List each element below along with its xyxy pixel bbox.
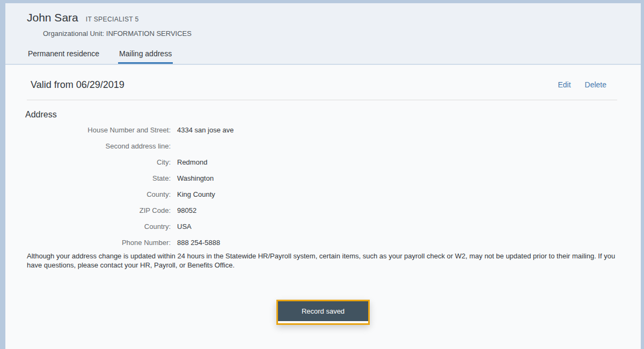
field-label: Phone Number:	[5, 239, 171, 247]
employee-address-page: John Sara IT SPECIALIST 5 Organizational…	[5, 3, 641, 349]
delete-link[interactable]: Delete	[585, 80, 606, 89]
field-label: Second address line:	[5, 142, 171, 150]
field-value: 98052	[177, 206, 196, 214]
tab-mailing-address[interactable]: Mailing address	[118, 49, 173, 64]
disclaimer-text: Although your address change is updated …	[27, 251, 619, 270]
employee-name: John Sara	[27, 11, 78, 24]
employee-header: John Sara IT SPECIALIST 5 Organizational…	[5, 3, 641, 65]
address-fields: House Number and Street: 4334 san jose a…	[5, 122, 641, 250]
divider	[27, 100, 617, 100]
job-title: IT SPECIALIST 5	[86, 16, 139, 23]
field-row-second-address-line: Second address line:	[5, 138, 641, 154]
field-value: 4334 san jose ave	[177, 126, 234, 134]
tab-bar: Permanent residence Mailing address	[27, 49, 641, 64]
field-row-zip-code: ZIP Code: 98052	[5, 202, 641, 218]
field-row-house-number-and-street: House Number and Street: 4334 san jose a…	[5, 122, 641, 138]
edit-link[interactable]: Edit	[558, 80, 570, 89]
record-saved-toast: Record saved	[276, 300, 370, 325]
org-unit-value: INFORMATION SERVICES	[106, 29, 192, 38]
field-value: Redmond	[177, 158, 207, 166]
field-value: 888 254-5888	[177, 239, 220, 247]
org-unit-label: Organizational Unit:	[43, 29, 104, 38]
valid-from-title: Valid from 06/29/2019	[31, 79, 125, 91]
tab-permanent-residence[interactable]: Permanent residence	[27, 49, 100, 64]
field-value: Washington	[177, 174, 214, 182]
record-actions: Edit Delete	[558, 80, 606, 89]
mailing-address-panel: Valid from 06/29/2019 Edit Delete Addres…	[5, 65, 641, 349]
field-label: City:	[5, 158, 171, 166]
org-unit-row: Organizational Unit: INFORMATION SERVICE…	[43, 29, 641, 38]
toast-message: Record saved	[278, 301, 368, 321]
address-section-title: Address	[25, 109, 641, 120]
field-label: House Number and Street:	[5, 126, 171, 134]
field-label: State:	[5, 174, 171, 182]
field-label: Country:	[5, 222, 171, 231]
record-header-row: Valid from 06/29/2019 Edit Delete	[5, 65, 641, 91]
field-row-phone-number: Phone Number: 888 254-5888	[5, 234, 641, 250]
field-row-state: State: Washington	[5, 170, 641, 186]
field-value: King County	[177, 190, 215, 198]
field-label: ZIP Code:	[5, 206, 171, 214]
field-row-county: County: King County	[5, 186, 641, 202]
field-value: USA	[177, 222, 192, 231]
field-row-city: City: Redmond	[5, 154, 641, 170]
field-row-country: Country: USA	[5, 218, 641, 234]
employee-name-row: John Sara IT SPECIALIST 5	[27, 11, 641, 24]
field-label: County:	[5, 190, 171, 198]
toast-container: Record saved	[5, 300, 641, 325]
